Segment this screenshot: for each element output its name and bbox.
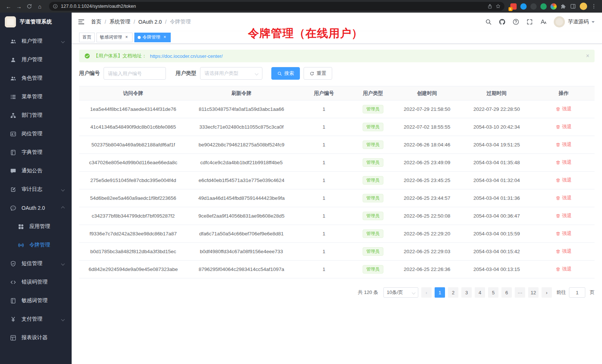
sidebar-item-sensitive-words[interactable]: 敏感词管理 xyxy=(0,291,72,310)
select-placeholder: 请选择用户类型 xyxy=(205,70,238,77)
sidebar-item-notice[interactable]: 通知公告 xyxy=(0,162,72,180)
doc-link[interactable]: https://doc.iocoder.cn/user-center/ xyxy=(150,53,223,59)
bookmark-star-icon[interactable] xyxy=(495,4,501,9)
expires-at-cell: 2054-03-04 19:51:25 xyxy=(461,136,533,154)
share-icon[interactable] xyxy=(487,4,493,9)
page-button-12[interactable]: 12 xyxy=(528,287,539,298)
column-header: 创建时间 xyxy=(393,86,461,100)
sidebar-item-user[interactable]: 用户管理 xyxy=(0,50,72,69)
force-logout-button[interactable]: 强退 xyxy=(556,141,572,148)
force-logout-button[interactable]: 强退 xyxy=(556,106,572,112)
extension-cluster: 6 xyxy=(509,3,598,10)
access-token-cell: b0d1785bc3a8482f812db4a3f3bd15ec xyxy=(79,243,187,261)
help-icon[interactable] xyxy=(513,19,519,25)
user-id-cell: 1 xyxy=(295,172,352,189)
extension-icon-dark[interactable] xyxy=(530,3,537,10)
sidebar-item-payment[interactable]: 支付管理 xyxy=(0,310,72,328)
force-logout-label: 强退 xyxy=(562,248,572,255)
page-button-6[interactable]: 6 xyxy=(501,287,512,298)
kebab-menu-icon[interactable] xyxy=(591,3,597,9)
close-icon[interactable]: × xyxy=(124,35,129,40)
goto-page-input[interactable] xyxy=(569,287,585,298)
close-icon[interactable]: × xyxy=(162,35,167,40)
font-size-icon[interactable] xyxy=(540,19,547,25)
expires-at-cell: 2054-03-04 00:13:15 xyxy=(461,261,533,278)
breadcrumb-separator: / xyxy=(165,19,167,25)
force-logout-button[interactable]: 强退 xyxy=(556,177,572,183)
force-logout-button[interactable]: 强退 xyxy=(556,212,572,219)
sidebar-item-error-code[interactable]: 错误码管理 xyxy=(0,273,72,291)
force-logout-button[interactable]: 强退 xyxy=(556,123,572,130)
force-logout-button[interactable]: 强退 xyxy=(556,266,572,272)
user-type-select[interactable]: 请选择用户类型 xyxy=(200,67,262,80)
sidebar-item-report-designer[interactable]: 报表设计器 xyxy=(0,328,72,347)
breadcrumb-oauth2[interactable]: OAuth 2.0 xyxy=(138,19,162,25)
extension-icon-blue[interactable] xyxy=(520,3,527,10)
search-button[interactable]: 搜索 xyxy=(271,67,300,80)
extensions-puzzle-icon[interactable] xyxy=(560,3,566,9)
chevron-down-icon xyxy=(412,291,416,294)
more-pages-button[interactable]: ··· xyxy=(515,287,525,298)
sidebar-item-role[interactable]: 角色管理 xyxy=(0,69,72,87)
home-button[interactable]: ⌂ xyxy=(35,1,45,11)
sidebar-item-dept[interactable]: 部门管理 xyxy=(0,106,72,125)
hamburger-menu-icon[interactable] xyxy=(78,18,85,26)
side-panel-icon[interactable] xyxy=(570,3,576,9)
sidebar-item-menu[interactable]: 菜单管理 xyxy=(0,87,72,106)
sidebar-item-sms[interactable]: 短信管理 xyxy=(0,254,72,273)
extension-icon-green[interactable] xyxy=(540,3,547,10)
goto-label: 前往 xyxy=(556,289,566,296)
refresh-button[interactable] xyxy=(24,1,34,11)
user-type-badge: 管理员 xyxy=(363,176,383,185)
page-button-5[interactable]: 5 xyxy=(488,287,498,298)
url-field[interactable]: 127.0.0.1:1024/system/oauth2/token xyxy=(49,2,504,11)
tab-token-management[interactable]: 令牌管理 × xyxy=(134,33,171,42)
page-button-3[interactable]: 3 xyxy=(461,287,472,298)
sidebar-menu: 租户管理 用户管理 角色管理 菜单管理 部门管理 岗位管理 xyxy=(0,31,72,364)
force-logout-button[interactable]: 强退 xyxy=(556,230,572,237)
sidebar-item-label: 短信管理 xyxy=(22,260,42,267)
breadcrumb-system[interactable]: 系统管理 xyxy=(109,19,130,25)
profile-avatar[interactable] xyxy=(580,3,587,10)
page-button-1[interactable]: 1 xyxy=(435,287,445,298)
next-page-button[interactable]: › xyxy=(542,287,552,298)
sidebar-item-oauth2-app[interactable]: 应用管理 xyxy=(0,217,72,236)
force-logout-button[interactable]: 强退 xyxy=(556,159,572,166)
extension-icon-colorful[interactable] xyxy=(550,3,557,10)
force-logout-label: 强退 xyxy=(562,159,572,166)
breadcrumb-home[interactable]: 首页 xyxy=(91,19,101,25)
prev-page-button[interactable]: ‹ xyxy=(421,287,432,298)
github-icon[interactable] xyxy=(499,19,506,25)
sidebar-item-post[interactable]: 岗位管理 xyxy=(0,125,72,143)
reset-button[interactable]: 重置 xyxy=(304,67,332,80)
table-row: c347026e805e4d99b0d116eae66eda8c cdfc4ce… xyxy=(79,154,595,172)
extension-icon-red[interactable]: 6 xyxy=(510,3,517,10)
list-icon xyxy=(10,94,16,100)
forward-button[interactable]: → xyxy=(14,1,24,11)
tab-sensitive-words[interactable]: 敏感词管理 × xyxy=(96,33,132,42)
access-token-cell: 41c41346a548490f9dc8b01c6bfe0865 xyxy=(79,118,187,136)
info-icon xyxy=(53,4,58,9)
force-logout-button[interactable]: 强退 xyxy=(556,195,572,201)
user-type-badge: 管理员 xyxy=(363,229,383,238)
close-icon[interactable]: × xyxy=(586,53,589,59)
sidebar-item-audit-log[interactable]: 审计日志 xyxy=(0,180,72,199)
tab-home[interactable]: 首页 xyxy=(79,33,95,42)
sidebar-item-tenant[interactable]: 租户管理 xyxy=(0,32,72,50)
page-button-2[interactable]: 2 xyxy=(448,287,458,298)
page-size-select[interactable]: 10条/页 xyxy=(383,287,418,298)
user-id-cell: 1 xyxy=(295,136,352,154)
back-button[interactable]: ← xyxy=(4,1,13,11)
page-button-4[interactable]: 4 xyxy=(475,287,485,298)
search-icon[interactable] xyxy=(485,19,492,25)
fullscreen-icon[interactable] xyxy=(526,19,533,25)
created-at-cell: 2022-07-29 21:58:50 xyxy=(393,100,461,118)
sidebar-item-oauth2[interactable]: OAuth 2.0 xyxy=(0,199,72,217)
user-type-badge: 管理员 xyxy=(363,158,383,167)
created-at-cell: 2022-06-25 22:50:08 xyxy=(393,207,461,225)
user-id-input[interactable] xyxy=(104,67,166,80)
user-menu[interactable]: 芋道源码 xyxy=(554,16,595,27)
sidebar-item-dict[interactable]: 字典管理 xyxy=(0,143,72,162)
force-logout-button[interactable]: 强退 xyxy=(556,248,572,255)
sidebar-item-oauth2-token[interactable]: 令牌管理 xyxy=(0,236,72,254)
